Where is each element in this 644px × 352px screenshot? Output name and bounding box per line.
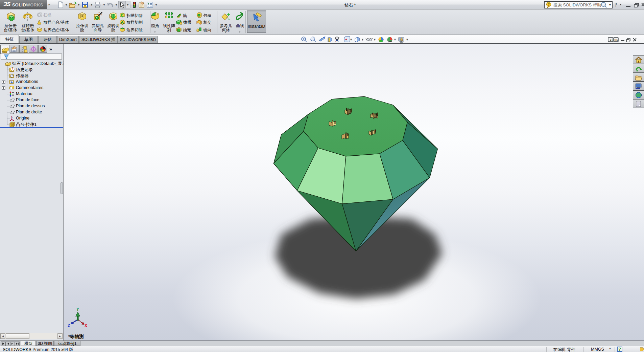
svg-text:0►: 0►	[615, 38, 619, 42]
svg-text:▼: ▼	[115, 3, 118, 6]
svg-text:Y: Y	[76, 307, 79, 312]
svg-text:▼: ▼	[77, 3, 80, 6]
svg-text:▼: ▼	[361, 38, 364, 41]
svg-text:▼: ▼	[155, 3, 158, 6]
svg-text:◄0: ◄0	[609, 38, 613, 42]
svg-text:▼: ▼	[619, 3, 622, 6]
svg-text:▼: ▼	[406, 38, 409, 41]
svg-text:▼: ▼	[393, 38, 397, 41]
svg-text:▼: ▼	[103, 3, 105, 6]
svg-text:▼: ▼	[90, 3, 93, 6]
svg-text:▼: ▼	[65, 3, 68, 6]
svg-text:?: ?	[548, 3, 550, 6]
svg-text:▼: ▼	[373, 38, 376, 41]
svg-text:▼: ▼	[126, 3, 129, 6]
svg-text:A: A	[335, 38, 339, 43]
svg-text:Z: Z	[68, 323, 70, 328]
svg-text:!: !	[85, 5, 85, 7]
svg-text:?: ?	[615, 2, 617, 7]
svg-text:?: ?	[619, 347, 621, 352]
svg-text:X: X	[85, 323, 87, 328]
svg-text:▼: ▼	[350, 38, 353, 41]
